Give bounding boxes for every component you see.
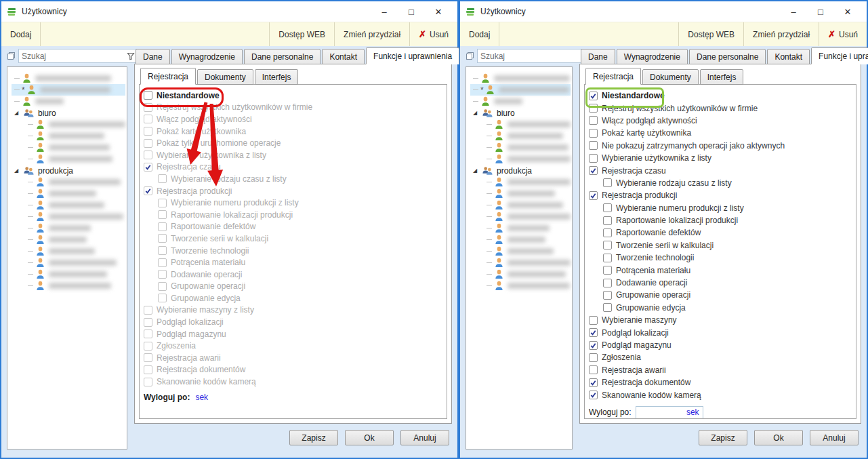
tree-item[interactable]: ◢ * — [470, 280, 571, 292]
tree-item[interactable]: ◢ * — [470, 211, 571, 222]
maximize-button[interactable]: □ — [398, 7, 425, 17]
checkbox[interactable] — [603, 241, 612, 250]
checkbox-row[interactable]: Grupowanie operacji — [603, 289, 852, 301]
tree-item[interactable]: ◢ * — [470, 245, 571, 257]
tree-item[interactable]: ◢ * — [12, 84, 125, 96]
checkbox[interactable] — [603, 203, 612, 212]
checkbox[interactable] — [589, 365, 598, 374]
tree-item[interactable]: ◢ * — [12, 73, 125, 84]
tree-item[interactable]: ◢ * — [12, 199, 125, 211]
cancel-button[interactable]: Anuluj — [400, 430, 449, 445]
checkbox[interactable] — [589, 154, 598, 163]
add-button[interactable]: Dodaj — [1, 22, 41, 46]
tree-item[interactable]: ◢ * — [12, 222, 125, 234]
tree-item[interactable]: ◢ * biuro — [470, 107, 571, 119]
minimize-button[interactable]: – — [780, 7, 807, 17]
tree-item[interactable]: ◢ * — [470, 234, 571, 245]
checkbox-row[interactable]: Rejestracja czasu — [144, 161, 442, 174]
tree-item[interactable]: ◢ * — [12, 257, 125, 268]
tree-item[interactable]: ◢ * — [470, 199, 571, 211]
checkbox-row[interactable]: Grupowanie edycja — [603, 302, 852, 314]
checkbox-row[interactable]: Tworzenie serii w kalkulacji — [158, 233, 442, 245]
checkbox-row[interactable]: Rejestracja czasu — [589, 164, 852, 176]
checkbox-row[interactable]: Rejestruj wszystkich użytkowników w firm… — [144, 102, 442, 114]
checkbox-row[interactable]: Rejestracja dokumentów — [144, 364, 442, 376]
checkbox-row[interactable]: Wybieranie numeru produkcji z listy — [603, 202, 852, 214]
tree-item[interactable]: ◢ * produkcja — [12, 165, 125, 176]
checkbox-row[interactable]: Podgląd magazynu — [144, 328, 442, 340]
checkbox-row[interactable]: Zgłoszenia — [144, 340, 442, 352]
close-button[interactable]: ✕ — [425, 7, 452, 17]
checkbox[interactable] — [158, 270, 167, 279]
main-tab[interactable]: Kontakt — [767, 49, 810, 64]
checkbox-row[interactable]: Wybieranie maszyny — [589, 314, 852, 326]
main-tab[interactable]: Kontakt — [322, 49, 365, 64]
tree-expander-icon[interactable]: ◢ — [473, 168, 479, 174]
main-tab[interactable]: Wynagrodzenie — [617, 49, 688, 64]
sub-tab[interactable]: Interfejs — [255, 69, 299, 85]
close-button[interactable]: ✕ — [834, 7, 861, 17]
checkbox[interactable] — [144, 318, 152, 327]
tree-item[interactable]: ◢ * — [12, 142, 125, 153]
checkbox[interactable] — [144, 186, 152, 195]
checkbox-row[interactable]: Potrącenia materiału — [158, 256, 442, 268]
checkbox[interactable] — [158, 294, 167, 302]
checkbox[interactable] — [589, 328, 598, 337]
checkbox-row[interactable]: Podgląd lokalizacji — [144, 316, 442, 328]
checkbox[interactable] — [603, 216, 612, 225]
checkbox[interactable] — [144, 306, 152, 315]
checkbox-row[interactable]: Wybieranie maszyny z listy — [144, 304, 442, 317]
tree-item[interactable]: ◢ * — [12, 234, 125, 245]
tree-item[interactable]: ◢ * produkcja — [470, 165, 571, 176]
checkbox[interactable] — [603, 291, 612, 300]
checkbox[interactable] — [603, 228, 612, 237]
checkbox-row[interactable]: Raportowanie lokalizacji produkcji — [603, 214, 852, 226]
checkbox[interactable] — [589, 141, 598, 150]
checkbox-row[interactable]: Niestandardowe — [589, 89, 852, 102]
tree-item[interactable]: ◢ * — [12, 268, 125, 280]
tree-item[interactable]: ◢ * — [470, 257, 571, 268]
checkbox[interactable] — [603, 178, 612, 187]
checkbox[interactable] — [144, 91, 152, 100]
checkbox-row[interactable]: Zgłoszenia — [589, 351, 852, 363]
tree-item[interactable]: ◢ * — [12, 245, 125, 257]
checkbox[interactable] — [589, 116, 598, 125]
checkbox-row[interactable]: Tworzenie technologii — [158, 245, 442, 257]
main-tab[interactable]: Funkcje i uprawnienia — [366, 47, 459, 64]
tree-item[interactable]: ◢ * biuro — [12, 107, 125, 119]
checkbox-row[interactable]: Tworzenie serii w kalkulacji — [603, 239, 852, 252]
checkbox-row[interactable]: Włącz podgląd aktywności — [144, 113, 442, 125]
save-button[interactable]: Zapisz — [699, 430, 747, 445]
checkbox-row[interactable]: Pokaż kartę użytkownika — [589, 127, 852, 139]
web-access-button[interactable]: Dostęp WEB — [678, 22, 743, 46]
main-tab[interactable]: Dane — [136, 49, 170, 64]
save-button[interactable]: Zapisz — [289, 430, 338, 445]
ok-button[interactable]: Ok — [754, 430, 803, 445]
main-tab[interactable]: Dane — [581, 49, 615, 64]
checkbox-row[interactable]: Pokaż kartę użytkownika — [144, 125, 442, 138]
tree-item[interactable]: ◢ * — [470, 130, 571, 142]
checkbox-row[interactable]: Włącz podgląd aktywności — [589, 115, 852, 127]
sub-tab[interactable]: Dokumenty — [197, 69, 253, 85]
tree-expander-icon[interactable]: ◢ — [14, 111, 20, 116]
sub-tab[interactable]: Rejestracja — [585, 68, 641, 85]
checkbox[interactable] — [144, 127, 152, 136]
checkbox[interactable] — [603, 279, 612, 287]
sub-tab[interactable]: Rejestracja — [140, 68, 196, 85]
checkbox-row[interactable]: Niestandardowe — [144, 89, 442, 102]
checkbox[interactable] — [144, 342, 152, 351]
checkbox-row[interactable]: Rejestracja dokumentów — [589, 376, 852, 388]
checkbox[interactable] — [589, 191, 598, 200]
tree-item[interactable]: ◢ * — [12, 119, 125, 130]
minimize-button[interactable]: – — [371, 7, 398, 17]
panes-icon[interactable] — [7, 52, 16, 60]
checkbox[interactable] — [589, 391, 598, 399]
checkbox-row[interactable]: Skanowanie kodów kamerą — [589, 388, 852, 401]
checkbox-row[interactable]: Raportowanie defektów — [158, 221, 442, 233]
checkbox-row[interactable]: Pokaż tylko uruchomione operacje — [144, 137, 442, 149]
checkbox[interactable] — [158, 199, 167, 207]
checkbox-row[interactable]: Grupowanie edycja — [158, 292, 442, 304]
checkbox-row[interactable]: Raportowanie lokalizacji produkcji — [158, 209, 442, 221]
tree-item[interactable]: ◢ * — [470, 119, 571, 130]
checkbox[interactable] — [589, 378, 598, 387]
